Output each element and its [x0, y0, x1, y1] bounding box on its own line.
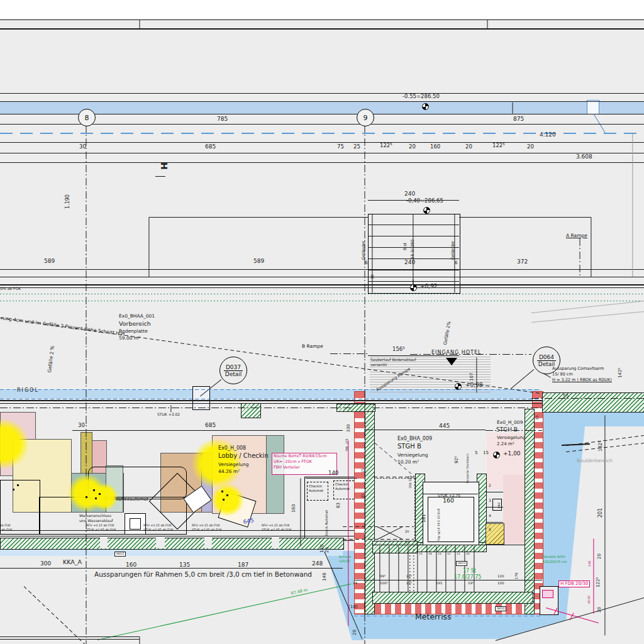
rampe-b-axis — [330, 353, 368, 354]
wall-green-bottom — [372, 592, 533, 604]
room-finish: Bodenplatte — [119, 329, 148, 334]
wall-gap-1 — [100, 538, 108, 548]
band-white-square — [587, 100, 599, 114]
dim: 20 — [353, 630, 358, 635]
wasser-note: und Wasserablauf — [79, 519, 113, 523]
vline-1006 — [633, 133, 633, 277]
dim: 240 — [404, 260, 415, 266]
dim: 20 — [325, 547, 330, 553]
tread-num: 12 — [447, 553, 451, 556]
dim: 120 — [497, 582, 504, 586]
hline-345-l — [149, 217, 368, 218]
dim: 248 — [312, 561, 323, 567]
wall-gap-2 — [156, 538, 165, 548]
dim: 20 — [527, 144, 534, 150]
wall-line-452 — [0, 284, 644, 286]
dim: 122⁵ — [596, 577, 601, 587]
vdim-right — [605, 415, 606, 635]
gelaender-label: Geländer — [362, 241, 366, 260]
dim: 30 — [79, 144, 86, 150]
highlight-glow — [211, 484, 244, 516]
dim: (10) — [348, 605, 357, 610]
dim-magenta: 20/20 — [588, 596, 591, 604]
stair-treads-top — [368, 281, 459, 282]
section-mark-h: H — [159, 162, 169, 170]
coffee-machine-inner — [130, 518, 141, 530]
rampe-b-label: B Rampe — [302, 344, 323, 349]
iwd-tag: IWD3 — [456, 561, 467, 566]
dim: 201 — [598, 508, 604, 518]
wall-gap-4 — [272, 538, 279, 548]
tread-num: 10 — [466, 553, 470, 556]
road-band — [0, 102, 644, 114]
dim-blue: 645 — [243, 518, 255, 526]
nische-note: FBH Verteiler — [274, 465, 300, 470]
dim-line-445 — [365, 430, 486, 430]
dim: 175 — [346, 438, 349, 444]
fok-note-left: t 0% ab FOK — [0, 287, 21, 291]
dim: 20 — [405, 530, 409, 533]
marker-dot — [95, 497, 97, 499]
sauberlauf-note: Sauberlauf Bodenablauf — [370, 358, 416, 362]
stair-count-note: 17 St — [463, 569, 476, 574]
sauberlauf-note: versenkt — [370, 363, 387, 367]
rfh-note: RFH +0.15 ab FOK — [192, 524, 220, 527]
dim: 33 — [535, 415, 539, 420]
kaffee-label: Kaffeeautomat — [116, 497, 148, 502]
tread-num: 15 — [419, 553, 423, 556]
tread-num: 13 — [438, 553, 441, 556]
nische-note: Nische BxHxT 80/84/15cm — [274, 454, 327, 458]
dim: 83 — [336, 502, 341, 508]
stair-spec: 8 st — [403, 243, 408, 250]
hline-345-r — [459, 217, 591, 218]
dim: 790 — [346, 446, 349, 452]
d064-leader — [511, 369, 535, 389]
checkin-automat-label: Automat — [335, 487, 350, 491]
tread-lines-lower — [389, 546, 390, 592]
band-top — [0, 101, 644, 102]
green-band-axis — [531, 398, 644, 399]
dim: 55 — [563, 394, 569, 399]
bottom-wall-green — [0, 538, 344, 550]
frame-div-2 — [487, 20, 488, 29]
stair-treads-top — [368, 225, 459, 225]
eingang-hotel-label: EINGANG HOTEL — [431, 350, 482, 356]
dim-line-243 — [0, 153, 644, 153]
stair-treads-top — [368, 236, 459, 236]
meterriss-label: Meterriss — [415, 613, 452, 621]
hline-197 — [0, 124, 644, 125]
wall-gap-3 — [204, 538, 212, 548]
elevator-spec: Stg.ng LK 14/1 LS/3b/8 — [438, 509, 441, 541]
marker-dot — [99, 493, 101, 495]
level-stair-top: -0,40=286,65 — [406, 198, 443, 204]
dim: 160 — [443, 497, 454, 504]
dim: 20 — [465, 144, 472, 150]
konsole-note: Konsole — [339, 555, 351, 558]
vline-940 — [591, 217, 592, 277]
level-marker-icon — [455, 383, 462, 390]
detail-word: Detail — [225, 371, 242, 377]
dim: 156⁵ — [392, 347, 405, 352]
dim: 589 — [44, 258, 55, 265]
wasser-note: Wasseranschluss — [79, 514, 111, 518]
dim: 30 — [370, 274, 374, 279]
tread-lines-lower — [418, 546, 418, 592]
comax-note: Aussparung Comaxfoarm — [552, 367, 604, 371]
boulder-label: Boulderbereich — [577, 458, 613, 464]
bottom-note: Aussparungen für Rahmen 5,0 cm breit /3,… — [94, 571, 312, 578]
band-bottom — [0, 114, 644, 114]
dim: 25 — [353, 144, 360, 150]
dim: 182⁵ — [598, 441, 603, 452]
level-marker-icon — [423, 207, 430, 214]
room-finish: Versiegelung — [218, 462, 249, 467]
iwd-tag: IWD2 — [495, 606, 506, 611]
wall-axis-r — [372, 408, 542, 408]
dim: 5 — [475, 451, 477, 456]
rfh-note: STUK +2.85 ab FOK — [192, 528, 222, 531]
dim: 15 — [483, 451, 489, 456]
snack-automat-label: Snack Automat — [325, 510, 329, 536]
frame-bottom-2 — [0, 639, 140, 640]
hline-258 — [0, 162, 644, 163]
hline-148 — [0, 93, 644, 94]
dim: 3.608 — [576, 154, 592, 160]
